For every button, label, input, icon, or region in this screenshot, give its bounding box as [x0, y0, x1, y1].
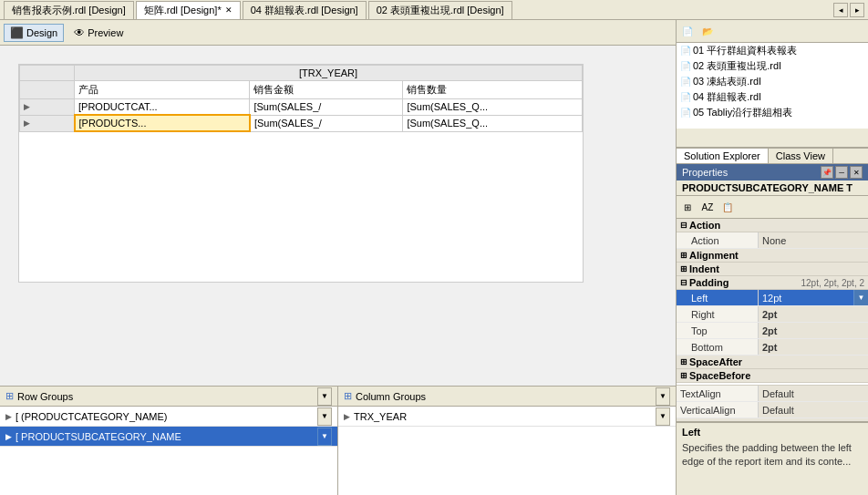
prop-row: Action None: [677, 232, 868, 249]
prop-section-alignment: ⊞ Alignment: [677, 249, 868, 263]
prop-value-container: 12pt ▼: [759, 290, 868, 305]
collapse-icon: ⊞: [680, 371, 687, 380]
column-groups-label: Column Groups: [356, 391, 426, 402]
column-groups-list: ▶ TRX_YEAR ▼: [338, 407, 676, 495]
prop-name: TextAlign: [677, 386, 759, 401]
right-panel: 📄 📂 📄 01 平行群組資料表報表 📄 02 表頭重複出現.rdl 📄 03 …: [677, 20, 868, 495]
properties-toolbar: ⊞ AZ 📋: [677, 196, 868, 219]
list-item[interactable]: ▶ TRX_YEAR ▼: [338, 407, 676, 427]
section-header[interactable]: ⊞ SpaceAfter: [677, 356, 868, 369]
group-item-dropdown[interactable]: ▼: [317, 428, 332, 446]
prop-value[interactable]: 2pt: [759, 306, 868, 322]
tab-scroll-left[interactable]: ◂: [833, 3, 848, 17]
categorized-button[interactable]: ⊞: [678, 198, 697, 216]
tab-scroll-right[interactable]: ▸: [850, 3, 864, 17]
tab-solution-explorer[interactable]: Solution Explorer: [677, 149, 769, 163]
solution-file-item[interactable]: 📄 01 平行群組資料表報表: [677, 43, 868, 58]
prop-row: TextAlign Default: [677, 386, 868, 402]
list-item[interactable]: ▶ [ (PRODUCTCATEGORY_NAME) ▼: [0, 407, 337, 427]
list-item[interactable]: ▶ [ PRODUCTSUBCATEGORY_NAME ▼: [0, 427, 337, 447]
solution-file-item[interactable]: 📄 03 凍結表頭.rdl: [677, 74, 868, 89]
section-header[interactable]: ⊟ Action: [677, 219, 868, 232]
prop-section-spacebefore: ⊞ SpaceBefore: [677, 369, 868, 383]
tab-group-report[interactable]: 04 群組報表.rdl [Design]: [243, 1, 367, 19]
solution-file-item[interactable]: 📄 02 表頭重複出現.rdl: [677, 58, 868, 74]
prop-value[interactable]: 2pt: [759, 323, 868, 338]
prop-value[interactable]: Default: [759, 386, 868, 401]
collapse-icon: ⊞: [680, 264, 687, 273]
property-grid: ⊟ Action Action None ⊞ Alignment: [677, 219, 868, 422]
collapse-icon: ⊟: [680, 221, 687, 230]
column-groups-icon: ⊞: [344, 390, 352, 402]
column-groups-dropdown[interactable]: ▼: [656, 387, 670, 406]
solution-file-item[interactable]: 📄 05 Tabliy沿行群組相表: [677, 105, 868, 120]
row-groups-list: ▶ [ (PRODUCTCATEGORY_NAME) ▼ ▶ [ PRODUCT…: [0, 407, 337, 495]
groups-panel: ⊞ Row Groups ▼ ▶ [ (PRODUCTCATEGORY_NAME…: [0, 386, 676, 495]
expand-icon: ▶: [5, 432, 12, 441]
prop-value[interactable]: 2pt: [759, 339, 868, 355]
prop-value[interactable]: 12pt: [759, 293, 853, 304]
tab-matrix[interactable]: 矩阵.rdl [Design]* ✕: [136, 1, 241, 19]
design-button[interactable]: ⬛ Design: [4, 24, 64, 42]
solution-file-item[interactable]: 📄 04 群組報表.rdl: [677, 89, 868, 105]
properties-object: PRODUCTSUBCATEGORY_NAME T: [677, 180, 868, 196]
prop-section-textalign: TextAlign Default VerticalAlign Default: [677, 383, 868, 418]
tab-sales[interactable]: 销售报表示例.rdl [Design]: [4, 1, 134, 19]
prop-section-indent: ⊞ Indent: [677, 263, 868, 276]
description-title: Left: [682, 427, 863, 438]
design-label: Design: [26, 27, 57, 38]
section-header[interactable]: ⊞ SpaceBefore: [677, 369, 868, 383]
prop-section-padding: ⊟ Padding 12pt, 2pt, 2pt, 2 Left 12pt ▼: [677, 276, 868, 356]
preview-label: Preview: [88, 27, 123, 38]
properties-titlebar: Properties 📌 ─ ✕: [677, 164, 868, 180]
solution-toolbar: 📄 📂: [677, 20, 868, 43]
group-item-label: TRX_YEAR: [354, 411, 407, 422]
file-icon: 📄: [680, 61, 691, 71]
design-area[interactable]: [TRX_YEAR] 产品 销售金额 销售数量 ▶ [PRODUCTCAT...: [0, 46, 676, 386]
close-icon[interactable]: ✕: [225, 5, 232, 15]
group-item-dropdown[interactable]: ▼: [656, 407, 670, 426]
tab-label: 矩阵.rdl [Design]*: [144, 4, 222, 17]
prop-row: Bottom 2pt: [677, 339, 868, 356]
column-groups-header: ⊞ Column Groups ▼: [338, 387, 676, 407]
section-header[interactable]: ⊞ Alignment: [677, 249, 868, 263]
row-groups-dropdown[interactable]: ▼: [317, 387, 332, 406]
table-row: 产品 销售金额 销售数量: [20, 81, 583, 99]
tab-bar: 销售报表示例.rdl [Design] 矩阵.rdl [Design]* ✕ 0…: [0, 0, 868, 20]
preview-button[interactable]: 👁 Preview: [67, 24, 129, 42]
tab-class-view[interactable]: Class View: [769, 149, 833, 163]
prop-name: Action: [677, 232, 759, 248]
main-container: ⬛ Design 👁 Preview [TRX_YEAR]: [0, 20, 868, 495]
collapse-icon: ⊞: [680, 357, 687, 366]
prop-dropdown-button[interactable]: ▼: [853, 290, 868, 305]
preview-icon: 👁: [74, 26, 85, 39]
expand-icon: ▶: [5, 412, 12, 421]
section-header[interactable]: ⊞ Indent: [677, 263, 868, 276]
table-row: [TRX_YEAR]: [20, 66, 583, 81]
minimize-button[interactable]: ─: [835, 166, 848, 179]
tab-label: 04 群組報表.rdl [Design]: [251, 4, 358, 17]
alphabetical-button[interactable]: AZ: [698, 198, 717, 216]
prop-row: VerticalAlign Default: [677, 402, 868, 418]
tab-scroll: ◂ ▸: [833, 3, 864, 17]
tab-header-repeat[interactable]: 02 表頭重複出現.rdl [Design]: [368, 1, 512, 19]
property-pages-button[interactable]: 📋: [718, 198, 737, 216]
solution-explorer: 📄 📂 📄 01 平行群組資料表報表 📄 02 表頭重複出現.rdl 📄 03 …: [677, 20, 868, 148]
solution-open-button[interactable]: 📂: [698, 22, 717, 40]
group-item-label: [ PRODUCTSUBCATEGORY_NAME: [16, 431, 181, 442]
solution-tree: 📄 01 平行群組資料表報表 📄 02 表頭重複出現.rdl 📄 03 凍結表頭…: [677, 43, 868, 129]
section-header[interactable]: ⊟ Padding 12pt, 2pt, 2pt, 2: [677, 276, 868, 290]
pin-button[interactable]: 📌: [821, 166, 833, 179]
description-panel: Left Specifies the padding between the l…: [677, 422, 868, 495]
prop-value[interactable]: None: [759, 232, 868, 248]
prop-value[interactable]: Default: [759, 402, 868, 418]
solution-new-button[interactable]: 📄: [678, 22, 697, 40]
tab-label: 02 表頭重複出現.rdl [Design]: [377, 4, 504, 17]
toolbar: ⬛ Design 👁 Preview: [0, 20, 676, 46]
prop-name: Top: [677, 323, 759, 338]
properties-panel: Properties 📌 ─ ✕ PRODUCTSUBCATEGORY_NAME…: [677, 164, 868, 495]
table-row: ▶ [PRODUCTS... [Sum(SALES_/ [Sum(SALES_Q…: [20, 115, 583, 131]
close-button[interactable]: ✕: [850, 166, 863, 179]
group-item-dropdown[interactable]: ▼: [317, 407, 332, 426]
row-groups-header: ⊞ Row Groups ▼: [0, 387, 337, 407]
